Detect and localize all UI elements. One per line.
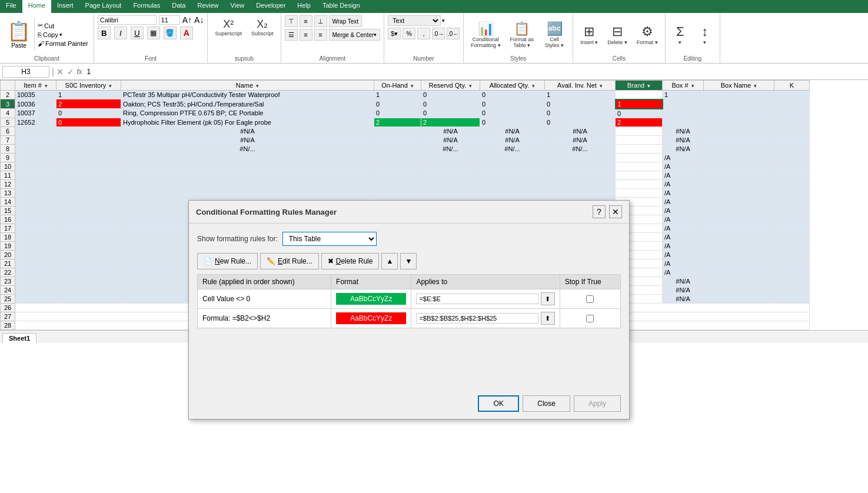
cell[interactable]: 2	[616, 118, 663, 126]
format-painter-button[interactable]: 🖌 Format Painter	[36, 39, 90, 48]
align-bottom-icon[interactable]: ⊥	[314, 15, 327, 27]
fill-color-button[interactable]: 🪣	[164, 26, 177, 39]
delete-button[interactable]: ⊟ Delete ▾	[604, 22, 631, 48]
font-color-button[interactable]: A	[180, 26, 193, 39]
rule-condition-1[interactable]: Cell Value <> 0	[198, 289, 331, 309]
cell[interactable]: 0	[374, 99, 421, 109]
col-header-boxname[interactable]: Box Name ▾	[704, 81, 774, 91]
col-header-avail[interactable]: Avail. Inv. Net ▾	[545, 81, 616, 91]
applies-expand-btn-2[interactable]: ⬆	[541, 312, 555, 325]
show-rules-select[interactable]: This Table	[282, 232, 377, 246]
col-header-reservd[interactable]: Reservd Qty. ▾	[421, 81, 480, 91]
col-header-brand[interactable]: Brand ▾	[616, 81, 663, 91]
tab-developer[interactable]: Developer	[250, 0, 291, 13]
tab-table-design[interactable]: Table Design	[317, 0, 366, 13]
cell[interactable]: 0	[480, 91, 545, 99]
dialog-help-button[interactable]: ?	[593, 205, 606, 218]
bold-button[interactable]: B	[98, 26, 111, 39]
font-size-input[interactable]	[159, 15, 180, 25]
col-header-k[interactable]: K	[774, 81, 810, 91]
cell[interactable]	[56, 126, 121, 135]
col-header-name[interactable]: Name ▾	[121, 81, 374, 91]
cell[interactable]: 12652	[15, 118, 56, 126]
cell[interactable]: PCTestr 35 Multipar pH/Conductivity Test…	[121, 91, 374, 99]
cell[interactable]	[616, 135, 663, 144]
cell[interactable]	[704, 144, 774, 153]
font-name-input[interactable]	[98, 15, 157, 25]
superscript-button[interactable]: X² Superscript	[211, 16, 245, 39]
conditional-formatting-button[interactable]: 📊 ConditionalFormatting ▾	[467, 19, 504, 51]
cell[interactable]: #N/A	[663, 126, 704, 135]
cell-selected[interactable]: 1	[616, 99, 663, 109]
cell[interactable]	[774, 144, 810, 153]
formula-input[interactable]	[87, 68, 866, 76]
cell[interactable]	[15, 135, 56, 144]
name-box[interactable]	[2, 66, 49, 78]
cell[interactable]: 0	[545, 99, 616, 109]
edit-rule-button[interactable]: ✏️ Edit Rule...	[260, 253, 319, 269]
cell[interactable]: 0	[545, 109, 616, 118]
cell[interactable]: #N/...	[545, 144, 616, 153]
cell[interactable]: 1	[374, 91, 421, 99]
col-header-alloc[interactable]: Allocated Qty. ▾	[480, 81, 545, 91]
tab-view[interactable]: View	[225, 0, 251, 13]
cell[interactable]: 1	[545, 91, 616, 99]
col-header-item[interactable]: Item # ▾	[15, 81, 56, 91]
cell[interactable]	[15, 126, 56, 135]
subscript-button[interactable]: X₂ Subscript	[248, 15, 277, 39]
stop-checkbox-1[interactable]	[586, 295, 594, 303]
paste-button[interactable]: 📋 Paste	[4, 18, 35, 51]
cell[interactable]	[774, 118, 810, 126]
border-button[interactable]: ▦	[147, 26, 160, 39]
format-as-table-button[interactable]: 📋 Format asTable ▾	[507, 19, 538, 51]
sort-button[interactable]: ↕ ▾	[694, 22, 716, 48]
insert-button[interactable]: ⊞ Insert ▾	[577, 22, 601, 48]
tab-review[interactable]: Review	[191, 0, 224, 13]
cell[interactable]: #N/...	[480, 144, 545, 153]
cell[interactable]	[704, 135, 774, 144]
sheet-tab-sheet1[interactable]: Sheet1	[2, 333, 36, 343]
tab-page-layout[interactable]: Page Layout	[79, 0, 128, 13]
cell[interactable]	[616, 126, 663, 135]
cell[interactable]: 0	[56, 109, 121, 118]
col-header-boxnum[interactable]: Box # ▾	[663, 81, 704, 91]
cell[interactable]	[704, 126, 774, 135]
align-top-icon[interactable]: ⊤	[285, 15, 298, 27]
cell[interactable]: 0	[616, 109, 663, 118]
cell[interactable]	[374, 126, 421, 135]
increase-decimal-button[interactable]: .0→	[432, 28, 445, 39]
cell[interactable]: #N/A	[545, 126, 616, 135]
cell[interactable]: 0	[421, 99, 480, 109]
cell[interactable]: 10035	[15, 91, 56, 99]
cell[interactable]: #N/A	[121, 135, 374, 144]
cell[interactable]	[774, 91, 810, 99]
cell[interactable]	[774, 135, 810, 144]
number-expand-icon[interactable]: ▾	[442, 18, 445, 24]
cell[interactable]: Hydrophobic Filter Element (pk 05) For E…	[121, 118, 374, 126]
tab-home[interactable]: Home	[22, 0, 51, 13]
italic-button[interactable]: I	[114, 26, 127, 39]
cell[interactable]	[704, 109, 774, 118]
dialog-close-button[interactable]: ✕	[609, 205, 622, 218]
cell[interactable]	[663, 99, 704, 109]
cell[interactable]: #N/A	[663, 135, 704, 144]
comma-button[interactable]: ,	[417, 28, 430, 39]
cell[interactable]: 10037	[15, 109, 56, 118]
cell[interactable]: Ring, Compression PTFE 0.675 BP; CE Port…	[121, 109, 374, 118]
applies-to-input-1[interactable]	[416, 294, 538, 304]
cell[interactable]: 0	[374, 109, 421, 118]
cancel-formula-icon[interactable]: ✕	[56, 67, 64, 76]
rule-condition-2[interactable]: Formula: =$B2<>$H2	[198, 309, 331, 328]
col-header-onhand[interactable]: On-Hand ▾	[374, 81, 421, 91]
cell[interactable]: 2	[421, 118, 480, 126]
stop-checkbox-2[interactable]	[586, 315, 594, 322]
percent-button[interactable]: %	[403, 28, 415, 39]
align-middle-icon[interactable]: ≡	[300, 15, 312, 27]
cell[interactable]: 0	[480, 118, 545, 126]
cell[interactable]	[704, 91, 774, 99]
col-header-soc[interactable]: S0C Inventory ▾	[56, 81, 121, 91]
cell[interactable]: 0	[480, 99, 545, 109]
cell[interactable]: #N/A	[480, 126, 545, 135]
cell[interactable]: #N/A	[480, 135, 545, 144]
tab-file[interactable]: File	[0, 0, 22, 13]
